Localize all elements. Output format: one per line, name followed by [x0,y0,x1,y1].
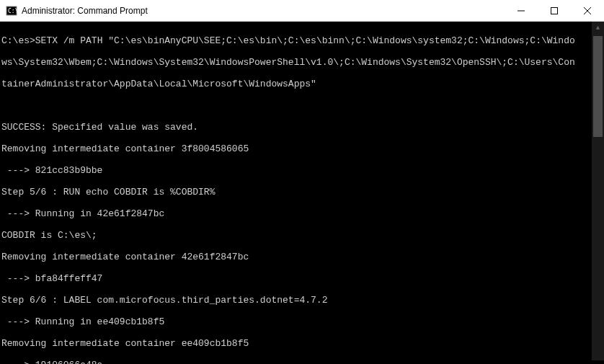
terminal-line: SUCCESS: Specified value was saved. [1,122,603,133]
scroll-up-arrow[interactable]: ▲ [592,22,604,34]
prompt: C:\es> [1,35,35,46]
vertical-scrollbar[interactable]: ▲ [592,22,604,360]
terminal-line: tainerAdministrator\AppData\Local\Micros… [1,79,603,89]
close-button[interactable] [571,0,604,21]
terminal-line: Removing intermediate container ee409cb1… [1,338,603,349]
maximize-button[interactable] [538,0,571,21]
terminal-line: ---> 19106066a48a [1,360,603,364]
terminal-line: ---> Running in ee409cb1b8f5 [1,316,603,327]
window-controls [505,0,604,21]
window-title: Administrator: Command Prompt [22,6,505,16]
terminal-line: ---> Running in 42e61f2847bc [1,208,603,219]
terminal-line [1,100,603,111]
terminal-line: ws\System32\Wbem;C:\Windows\System32\Win… [1,57,603,68]
terminal-line: C:\es>SETX /m PATH "C:\es\binAnyCPU\SEE;… [1,35,603,46]
terminal-line: ---> 821cc83b9bbe [1,165,603,176]
terminal-line: Removing intermediate container 3f800458… [1,143,603,154]
minimize-button[interactable] [505,0,538,21]
svg-text:C:\: C:\ [8,8,17,14]
window-titlebar: C:\ Administrator: Command Prompt [0,0,604,22]
terminal-output[interactable]: C:\es>SETX /m PATH "C:\es\binAnyCPU\SEE;… [0,22,604,364]
terminal-line: Step 5/6 : RUN echo COBDIR is %COBDIR% [1,187,603,197]
cmd-icon: C:\ [6,5,17,17]
svg-rect-3 [551,7,558,14]
terminal-line: Step 6/6 : LABEL com.microfocus.third_pa… [1,295,603,306]
terminal-line: ---> bfa84ffeff47 [1,273,603,284]
terminal-line: COBDIR is C:\es\; [1,230,603,241]
scrollbar-thumb[interactable] [593,36,603,137]
command-text: SETX /m PATH "C:\es\binAnyCPU\SEE;C:\es\… [35,35,575,46]
terminal-line: Removing intermediate container 42e61f28… [1,252,603,262]
